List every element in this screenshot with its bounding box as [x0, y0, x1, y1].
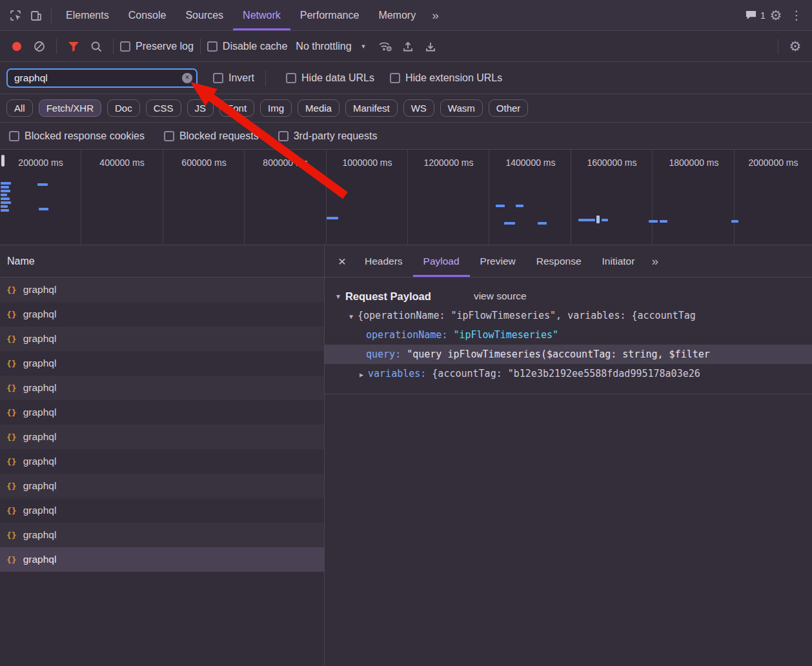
network-activity-bar [1, 182, 11, 185]
table-row[interactable]: {}graphql [0, 425, 324, 449]
type-filter-ws[interactable]: WS [403, 99, 434, 117]
throttling-select[interactable]: No throttling ▼ [289, 41, 372, 52]
table-row[interactable]: {}graphql [0, 302, 324, 327]
network-settings-button[interactable]: ⚙ [785, 36, 806, 57]
record-button[interactable] [6, 36, 27, 57]
checkbox-box [120, 41, 130, 52]
filter-toggle-button[interactable] [63, 36, 84, 57]
table-row[interactable]: {}graphql [0, 449, 324, 474]
payload-root-row[interactable]: ▼{operationName: "ipFlowTimeseries", var… [325, 306, 812, 325]
type-filter-wasm[interactable]: Wasm [440, 99, 483, 117]
request-name: graphql [23, 456, 57, 467]
network-activity-bar [516, 205, 523, 207]
hide-data-urls-checkbox[interactable]: Hide data URLs [286, 72, 374, 84]
tab-payload[interactable]: Payload [413, 245, 470, 277]
device-toolbar-icon [30, 9, 43, 22]
download-icon [425, 41, 436, 52]
timeline-scroll-handle[interactable] [1, 155, 5, 166]
close-details-button[interactable]: × [330, 249, 354, 274]
timeline-overview[interactable]: 200000 ms 400000 ms 600000 ms 800000 ms … [0, 150, 812, 245]
filter-input[interactable] [6, 68, 198, 88]
type-filter-all[interactable]: All [6, 99, 33, 117]
tab-headers[interactable]: Headers [354, 245, 413, 277]
preserve-log-checkbox[interactable]: Preserve log [120, 41, 194, 52]
import-har-button[interactable] [398, 36, 418, 57]
payload-key: query: [366, 348, 401, 360]
devtools-top-bar: Elements Console Sources Network Perform… [0, 0, 812, 31]
tab-elements[interactable]: Elements [56, 0, 119, 30]
type-filter-font[interactable]: Font [219, 99, 254, 117]
table-row[interactable]: {}graphql [0, 400, 324, 425]
tab-preview[interactable]: Preview [470, 245, 526, 277]
tab-console[interactable]: Console [119, 0, 176, 30]
type-filter-other[interactable]: Other [489, 99, 529, 117]
export-har-button[interactable] [420, 36, 441, 57]
network-activity-bar [504, 222, 515, 225]
table-row-selected[interactable]: {}graphql [0, 547, 324, 572]
hide-extension-urls-checkbox[interactable]: Hide extension URLs [390, 72, 502, 84]
details-tab-bar: × Headers Payload Preview Response Initi… [325, 245, 812, 278]
type-filter-manifest[interactable]: Manifest [345, 99, 398, 117]
type-filter-js[interactable]: JS [187, 99, 214, 117]
type-filter-css[interactable]: CSS [146, 99, 181, 117]
table-row[interactable]: {}graphql [0, 278, 324, 302]
more-details-tabs-button[interactable]: » [645, 254, 665, 268]
extra-filter-bar: Blocked response cookies Blocked request… [0, 123, 812, 150]
network-activity-bar [731, 220, 738, 223]
view-source-link[interactable]: view source [474, 290, 527, 302]
device-toolbar-button[interactable] [26, 5, 46, 26]
json-request-icon: {} [6, 383, 17, 393]
tab-network[interactable]: Network [233, 0, 290, 30]
type-filter-media[interactable]: Media [298, 99, 340, 117]
tab-response[interactable]: Response [526, 245, 592, 277]
issues-button[interactable]: 1 [745, 5, 766, 26]
tab-sources[interactable]: Sources [176, 0, 233, 30]
timeline-tick: 200000 ms [0, 157, 81, 168]
table-row[interactable]: {}graphql [0, 351, 324, 376]
network-conditions-button[interactable] [375, 36, 396, 57]
blocked-requests-checkbox[interactable]: Blocked requests [164, 130, 259, 142]
upload-icon [402, 41, 414, 52]
tab-memory[interactable]: Memory [369, 0, 425, 30]
request-name: graphql [23, 480, 57, 492]
funnel-icon [68, 41, 79, 52]
clear-network-log-button[interactable] [29, 36, 50, 57]
payload-row-query[interactable]: query:"query ipFlowTimeseries($accountTa… [325, 345, 812, 364]
blocked-response-cookies-checkbox[interactable]: Blocked response cookies [9, 130, 145, 142]
inspect-element-button[interactable] [5, 5, 26, 26]
payload-row-operationName[interactable]: operationName:"ipFlowTimeseries" [325, 325, 812, 345]
requests-name-header[interactable]: Name [0, 245, 324, 278]
divider [56, 39, 57, 54]
table-row[interactable]: {}graphql [0, 327, 324, 351]
tab-performance[interactable]: Performance [290, 0, 369, 30]
timeline-tick: 1200000 ms [408, 157, 489, 168]
table-row[interactable]: {}graphql [0, 523, 324, 547]
more-tabs-button[interactable]: » [425, 8, 445, 23]
search-button[interactable] [86, 36, 107, 57]
timeline-tick: 2000000 ms [735, 157, 812, 168]
type-filter-doc[interactable]: Doc [107, 99, 140, 117]
request-payload-section[interactable]: ▼ Request Payload view source [325, 287, 812, 306]
table-row[interactable]: {}graphql [0, 376, 324, 400]
payload-row-variables[interactable]: ▶variables:{accountTag: "b12e3b2192ee558… [325, 364, 812, 383]
network-main-area: Name {}graphql {}graphql {}graphql {}gra… [0, 245, 812, 666]
third-party-requests-checkbox[interactable]: 3rd-party requests [278, 130, 378, 142]
invert-checkbox[interactable]: Invert [213, 72, 254, 84]
devtools-menu-button[interactable]: ⋮ [786, 5, 807, 26]
table-row[interactable]: {}graphql [0, 474, 324, 498]
payload-divider [325, 394, 812, 394]
settings-button[interactable]: ⚙ [766, 5, 786, 26]
type-filter-fetch-xhr[interactable]: Fetch/XHR [39, 99, 101, 117]
third-party-requests-label: 3rd-party requests [294, 130, 378, 142]
hide-data-urls-label: Hide data URLs [301, 72, 374, 84]
type-filter-img[interactable]: Img [260, 99, 292, 117]
disable-cache-checkbox[interactable]: Disable cache [207, 41, 288, 52]
payload-root-preview: {operationName: "ipFlowTimeseries", vari… [358, 310, 696, 321]
divider [778, 39, 778, 54]
clear-filter-button[interactable]: × [182, 73, 192, 83]
timeline-tick: 800000 ms [245, 157, 326, 168]
timeline-tick: 600000 ms [163, 157, 245, 168]
tab-initiator[interactable]: Initiator [592, 245, 645, 277]
payload-content: ▼ Request Payload view source ▼{operatio… [325, 278, 812, 394]
table-row[interactable]: {}graphql [0, 498, 324, 523]
